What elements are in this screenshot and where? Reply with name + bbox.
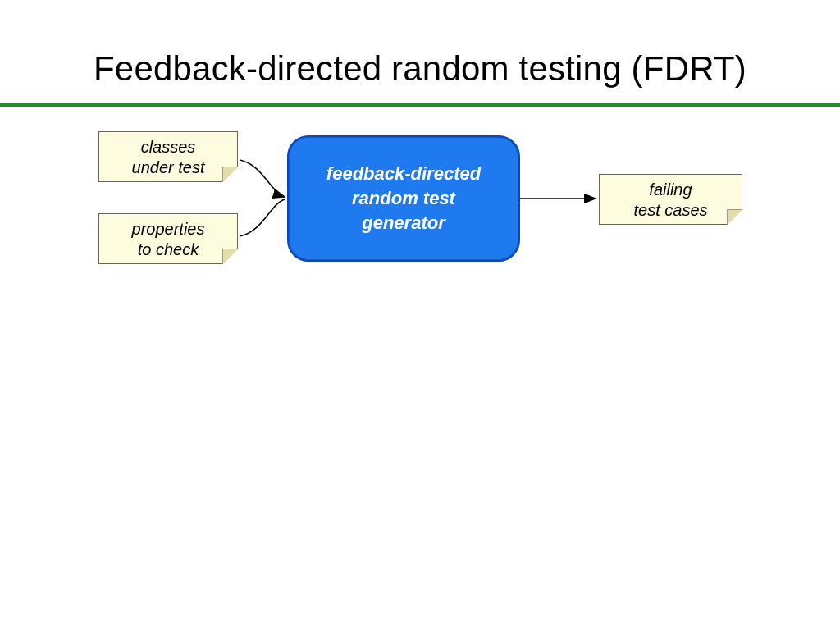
slide-title: Feedback-directed random testing (FDRT) bbox=[0, 49, 840, 89]
note-classes-under-test: classes under test bbox=[98, 131, 238, 182]
note-fold-icon bbox=[222, 167, 238, 182]
note-line: classes bbox=[99, 137, 237, 158]
generator-line: feedback-directed bbox=[289, 162, 518, 186]
note-fold-icon bbox=[727, 209, 742, 225]
note-failing-test-cases: failing test cases bbox=[599, 174, 742, 225]
note-line: failing bbox=[600, 180, 742, 200]
generator-line: random test bbox=[289, 186, 518, 211]
generator-line: generator bbox=[289, 211, 518, 235]
note-line: under test bbox=[99, 158, 237, 178]
diagram-stage: classes under test properties to check f… bbox=[0, 115, 840, 607]
generator-box: feedback-directed random test generator bbox=[287, 135, 520, 262]
note-fold-icon bbox=[222, 249, 238, 264]
arrow-input-bottom bbox=[240, 199, 285, 236]
title-underline bbox=[0, 103, 840, 107]
note-properties-to-check: properties to check bbox=[98, 213, 238, 264]
note-line: test cases bbox=[600, 200, 742, 221]
arrow-input-top bbox=[240, 160, 285, 197]
note-line: properties bbox=[99, 219, 237, 240]
note-line: to check bbox=[99, 240, 237, 260]
